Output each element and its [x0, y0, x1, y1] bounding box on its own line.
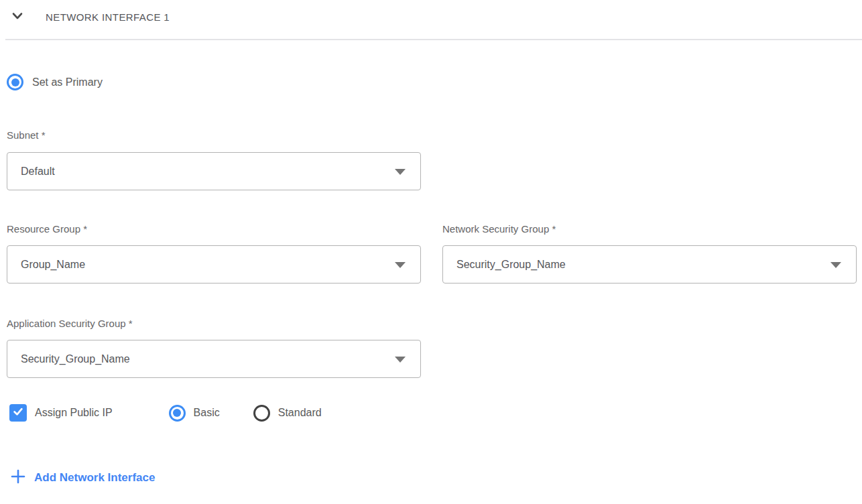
resource-group-field: Resource Group * Group_Name: [7, 223, 421, 284]
resource-group-select[interactable]: Group_Name: [7, 245, 421, 284]
assign-public-ip-checkbox[interactable]: [9, 404, 27, 422]
standard-radio[interactable]: [253, 405, 270, 422]
add-network-interface-link[interactable]: Add Network Interface: [11, 469, 855, 487]
subnet-label: Subnet *: [7, 129, 421, 142]
network-security-group-selected-value: Security_Group_Name: [456, 259, 566, 271]
application-security-group-select[interactable]: Security_Group_Name: [7, 340, 421, 378]
radio-dot: [173, 409, 181, 417]
standard-option[interactable]: Standard: [253, 405, 322, 422]
radio-dot: [11, 78, 19, 86]
assign-public-ip-label: Assign Public IP: [35, 407, 113, 419]
subnet-selected-value: Default: [21, 166, 55, 178]
add-network-interface-label: Add Network Interface: [34, 471, 155, 485]
resource-group-label: Resource Group *: [7, 223, 421, 236]
application-security-group-field: Application Security Group * Security_Gr…: [7, 317, 421, 378]
dropdown-caret-icon: [830, 262, 841, 268]
subnet-select[interactable]: Default: [7, 152, 421, 190]
basic-radio[interactable]: [169, 405, 186, 422]
section-title: NETWORK INTERFACE 1: [46, 11, 170, 23]
resource-group-selected-value: Group_Name: [21, 259, 85, 271]
standard-label: Standard: [278, 407, 322, 419]
chevron-down-icon: [11, 9, 24, 25]
assign-public-ip-option[interactable]: Assign Public IP: [9, 404, 113, 422]
dropdown-caret-icon: [395, 169, 406, 175]
plus-icon: [11, 469, 25, 487]
application-security-group-selected-value: Security_Group_Name: [21, 353, 130, 365]
section-divider: [5, 39, 862, 40]
set-as-primary-option[interactable]: Set as Primary: [7, 74, 855, 90]
network-security-group-field: Network Security Group * Security_Group_…: [442, 223, 857, 284]
application-security-group-label: Application Security Group *: [7, 317, 421, 330]
collapse-section-button[interactable]: [11, 10, 24, 23]
dropdown-caret-icon: [395, 357, 406, 363]
public-ip-row: Assign Public IP Basic Standard: [7, 404, 855, 422]
network-interface-section-header: NETWORK INTERFACE 1: [0, 0, 862, 31]
dropdown-caret-icon: [395, 262, 406, 268]
basic-option[interactable]: Basic: [169, 405, 220, 422]
set-as-primary-radio[interactable]: [7, 74, 23, 90]
network-security-group-label: Network Security Group *: [442, 223, 857, 236]
set-as-primary-label: Set as Primary: [32, 76, 103, 88]
basic-label: Basic: [194, 407, 220, 419]
checkmark-icon: [12, 405, 24, 420]
network-security-group-select[interactable]: Security_Group_Name: [442, 245, 857, 284]
subnet-field: Subnet * Default: [7, 129, 421, 190]
